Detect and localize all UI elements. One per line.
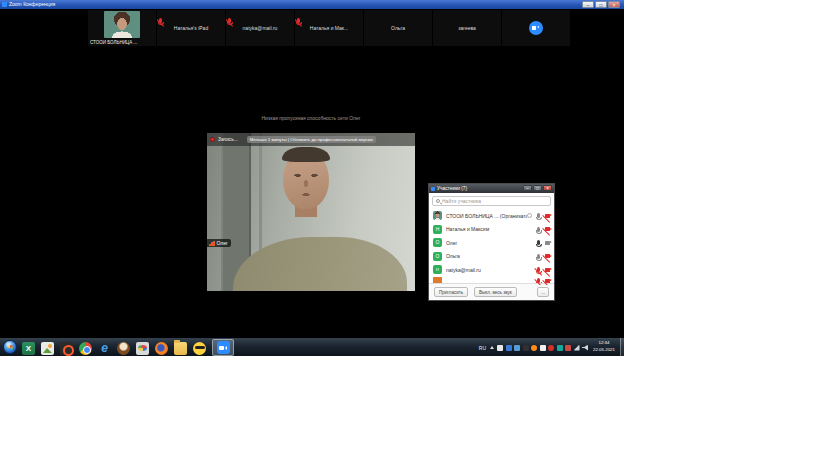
thumbnail-tile[interactable]: Ольга [364, 10, 432, 46]
screen: Zoom Конференция – □ × СТООИ БОЛЬНИЦА ..… [0, 0, 819, 460]
muted-mic-icon [537, 267, 540, 272]
mic-icon [537, 213, 540, 218]
internet-explorer-icon[interactable]: e [98, 342, 111, 355]
more-icon[interactable] [527, 213, 532, 218]
clock-date: 22.05.2021 [590, 347, 618, 354]
avatar [104, 11, 140, 38]
avatar: n [433, 265, 442, 274]
mic-icon [537, 227, 540, 232]
speaker-name-label: Олег [207, 239, 231, 247]
speaker-face [283, 149, 329, 209]
participant-name: Наталья и Мак... [295, 25, 363, 31]
taskbar: X e RU [0, 337, 624, 356]
participant-name: Ольга [364, 25, 432, 31]
thumbnail-tile[interactable]: Наталья и Мак... [295, 10, 363, 46]
zoom-icon [217, 341, 230, 354]
participants-footer: Пригласить Выкл. весь звук ... [429, 283, 554, 300]
participants-panel: Участники (7) – □ × СТООИ БОЛЬНИЦА ... (… [428, 183, 555, 301]
participant-row[interactable]: n natyka@mail.ru [429, 263, 554, 277]
media-player-icon[interactable] [60, 342, 73, 355]
tray-app-icon[interactable] [506, 345, 512, 351]
zoom-main-window: Zoom Конференция – □ × СТООИ БОЛЬНИЦА ..… [0, 0, 624, 356]
photos-icon[interactable] [41, 342, 54, 355]
maximize-button[interactable]: □ [595, 1, 607, 8]
participant-name: СТООИ БОЛЬНИЦА ... [90, 40, 137, 45]
smiley-app-icon[interactable] [193, 342, 206, 355]
show-desktop-button[interactable] [620, 338, 624, 357]
participant-thumbnail-strip: СТООИ БОЛЬНИЦА ... Наталья's iPad natyka… [88, 10, 570, 46]
tray-app-icon[interactable] [548, 345, 554, 351]
search-icon [436, 199, 440, 203]
muted-mic-icon [159, 18, 162, 23]
participant-row[interactable]: О Олег [429, 236, 554, 250]
camera-icon [529, 21, 543, 35]
coffee-app-icon[interactable] [117, 342, 130, 355]
start-button[interactable] [3, 340, 17, 354]
thumbnail-tile[interactable]: natyka@mail.ru [226, 10, 294, 46]
volume-icon[interactable] [582, 345, 588, 351]
speaker-name: Олег [217, 240, 228, 246]
zoom-taskbar-button[interactable] [212, 339, 234, 356]
video-top-overlay: Запись... Меньше 1 минуты | Обновить до … [207, 133, 415, 146]
participant-name: Наталья's iPad [157, 25, 225, 31]
camera-off-icon [545, 227, 550, 231]
network-icon[interactable] [574, 345, 580, 351]
participant-row[interactable]: О Ольга [429, 250, 554, 264]
clock-time: 12:34 [590, 340, 618, 347]
zoom-app-icon [2, 2, 7, 7]
tray-app-icon[interactable] [540, 345, 546, 351]
language-indicator[interactable]: RU [479, 345, 486, 351]
camera-off-icon [545, 268, 550, 272]
muted-mic-icon [297, 18, 300, 23]
mic-icon [537, 240, 540, 245]
invite-button[interactable]: Пригласить [434, 287, 468, 297]
paint-icon[interactable] [136, 342, 149, 355]
network-signal-icon [209, 241, 215, 246]
camera-off-icon [545, 214, 550, 218]
tray-app-icon[interactable] [523, 345, 529, 351]
more-options-button[interactable]: ... [537, 287, 549, 297]
participant-row[interactable]: СТООИ БОЛЬНИЦА ... (Организатор, я) [429, 209, 554, 223]
hidden-icons-chevron[interactable] [490, 345, 495, 350]
speaker-video: Запись... Меньше 1 минуты | Обновить до … [207, 133, 415, 291]
avatar: Н [433, 225, 442, 234]
camera-off-icon [545, 254, 550, 258]
system-tray: RU [479, 338, 588, 357]
tray-app-icon[interactable] [531, 345, 537, 351]
participant-name: загеева [433, 25, 501, 31]
participants-title: Участники (7) [437, 186, 467, 191]
avatar: О [433, 252, 442, 261]
participant-row[interactable]: Н Наталья и Максим [429, 223, 554, 237]
firefox-icon[interactable] [155, 342, 168, 355]
window-titlebar[interactable]: Zoom Конференция – □ × [0, 0, 624, 9]
panel-maximize-button[interactable]: □ [533, 185, 542, 191]
avatar: О [433, 238, 442, 247]
excel-icon[interactable]: X [22, 342, 35, 355]
low-bandwidth-notice: Низкая пропускная способность сети Олег [207, 115, 415, 121]
action-center-flag-icon[interactable] [565, 345, 571, 351]
thumbnail-tile[interactable] [502, 10, 570, 46]
thumbnail-tile[interactable]: СТООИ БОЛЬНИЦА ... [88, 10, 156, 46]
minimize-button[interactable]: – [582, 1, 594, 8]
tray-app-icon[interactable] [557, 345, 563, 351]
participant-search-box[interactable] [432, 196, 551, 206]
upgrade-banner[interactable]: Меньше 1 минуты | Обновить до профессион… [247, 136, 376, 143]
participants-window-icon [431, 187, 435, 191]
tray-app-icon[interactable] [514, 345, 520, 351]
tray-app-icon[interactable] [497, 345, 503, 351]
thumbnail-tile[interactable]: загеева [433, 10, 501, 46]
panel-minimize-button[interactable]: – [523, 185, 532, 191]
search-input[interactable] [442, 198, 547, 204]
explorer-folder-icon[interactable] [174, 342, 187, 355]
mute-all-button[interactable]: Выкл. весь звук [474, 287, 517, 297]
chrome-icon[interactable] [79, 342, 92, 355]
participants-titlebar[interactable]: Участники (7) – □ × [429, 184, 554, 193]
camera-off-icon [545, 279, 550, 283]
close-button[interactable]: × [608, 1, 620, 8]
participant-name: natyka@mail.ru [226, 25, 294, 31]
window-title: Zoom Конференция [9, 0, 55, 9]
thumbnail-tile[interactable]: Наталья's iPad [157, 10, 225, 46]
taskbar-clock[interactable]: 12:34 22.05.2021 [590, 340, 618, 353]
panel-close-button[interactable]: × [543, 185, 552, 191]
camera-on-icon [545, 241, 550, 245]
